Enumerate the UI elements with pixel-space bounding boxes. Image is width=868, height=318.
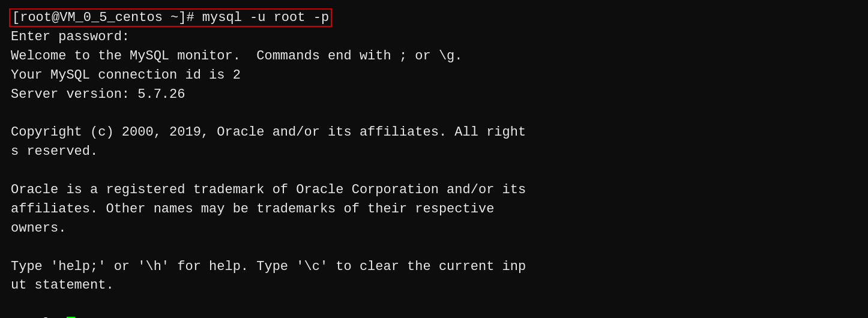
empty-line-4 bbox=[11, 295, 857, 314]
empty-line-3 bbox=[11, 238, 857, 257]
mysql-prompt-line[interactable]: mysql> bbox=[11, 314, 857, 318]
connection-id-line: Your MySQL connection id is 2 bbox=[11, 66, 857, 85]
oracle-line-2: affiliates. Other names may be trademark… bbox=[11, 200, 857, 219]
terminal-window: [root@VM_0_5_centos ~]# mysql -u root -p… bbox=[0, 0, 868, 318]
empty-line-2 bbox=[11, 161, 857, 181]
server-version-line: Server version: 5.7.26 bbox=[11, 85, 857, 104]
copyright-line-1: Copyright (c) 2000, 2019, Oracle and/or … bbox=[11, 123, 857, 142]
oracle-line-1: Oracle is a registered trademark of Orac… bbox=[11, 181, 857, 200]
copyright-line-2: s reserved. bbox=[11, 142, 857, 161]
enter-password-line: Enter password: bbox=[11, 28, 857, 47]
command-line: [root@VM_0_5_centos ~]# mysql -u root -p bbox=[11, 8, 857, 28]
highlighted-command: [root@VM_0_5_centos ~]# mysql -u root -p bbox=[11, 10, 330, 25]
help-line-2: ut statement. bbox=[11, 276, 857, 295]
help-line-1: Type 'help;' or '\h' for help. Type '\c'… bbox=[11, 257, 857, 277]
welcome-line: Welcome to the MySQL monitor. Commands e… bbox=[11, 47, 857, 66]
empty-line-1 bbox=[11, 104, 857, 123]
oracle-line-3: owners. bbox=[11, 219, 857, 238]
